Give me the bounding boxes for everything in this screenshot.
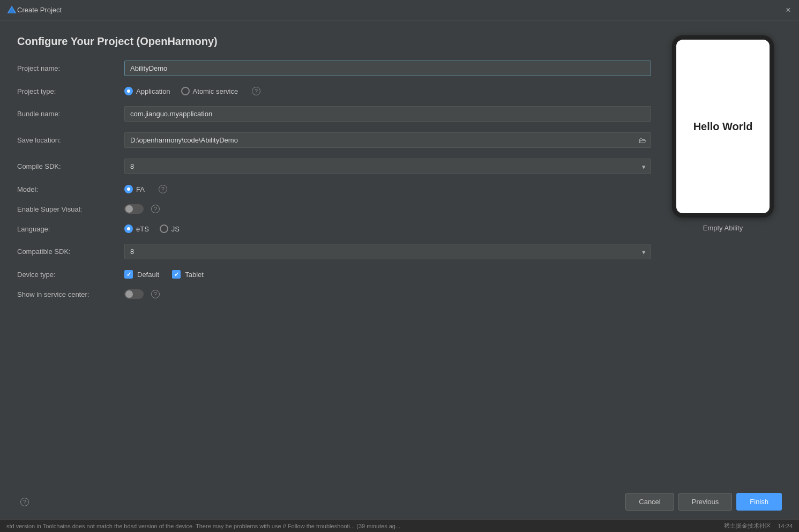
save-location-input-wrapper: 🗁 <box>124 132 651 148</box>
enable-super-visual-control: ? <box>124 204 651 214</box>
hello-world-text: Hello World <box>693 121 753 133</box>
compile-sdk-label: Compile SDK: <box>17 162 124 170</box>
previous-button[interactable]: Previous <box>678 493 733 511</box>
compatible-sdk-control: 8 <box>124 244 651 259</box>
compile-sdk-control: 8 <box>124 159 651 174</box>
finish-button[interactable]: Finish <box>736 493 782 511</box>
close-icon[interactable]: × <box>784 6 793 14</box>
compatible-sdk-select-wrapper: 8 <box>124 244 651 259</box>
compatible-sdk-label: Compatible SDK: <box>17 248 124 256</box>
show-service-center-control: ? <box>124 289 651 299</box>
compatible-sdk-row: Compatible SDK: 8 <box>17 244 651 259</box>
save-location-row: Save location: 🗁 <box>17 132 651 148</box>
title-bar: Create Project × <box>0 0 799 20</box>
show-service-center-toggle[interactable] <box>124 289 144 299</box>
checkbox-default-label: Default <box>137 271 159 279</box>
bottom-right: Cancel Previous Finish <box>625 493 782 511</box>
radio-application-circle <box>124 87 133 95</box>
radio-ets-circle <box>124 224 133 233</box>
project-name-label: Project name: <box>17 64 124 72</box>
toggle-knob <box>125 205 133 213</box>
project-type-help-icon[interactable]: ? <box>252 87 260 95</box>
show-service-center-row: Show in service center: ? <box>17 289 651 299</box>
bundle-name-control <box>124 106 651 122</box>
bottom-help-icon[interactable]: ? <box>20 498 29 506</box>
radio-js-circle <box>160 224 168 233</box>
radio-js-label: JS <box>171 225 180 233</box>
form-section: Configure Your Project (OpenHarmony) Pro… <box>17 35 651 484</box>
radio-atomic-service-circle <box>181 87 190 95</box>
radio-ets[interactable]: eTS <box>124 224 149 233</box>
radio-fa[interactable]: FA <box>124 185 145 193</box>
language-group: eTS JS <box>124 224 651 233</box>
radio-atomic-service[interactable]: Atomic service <box>181 87 238 95</box>
status-text: std version in Toolchains does not match… <box>6 523 718 529</box>
radio-atomic-service-label: Atomic service <box>193 87 238 95</box>
radio-js[interactable]: JS <box>160 224 180 233</box>
status-time: 14:24 <box>778 523 793 529</box>
status-bar: std version in Toolchains does not match… <box>0 519 799 532</box>
model-row: Model: FA ? <box>17 185 651 193</box>
radio-application[interactable]: Application <box>124 87 170 95</box>
project-type-row: Project type: Application Atomic service… <box>17 87 651 95</box>
compatible-sdk-select[interactable]: 8 <box>124 244 651 259</box>
save-location-label: Save location: <box>17 136 124 144</box>
radio-fa-label: FA <box>136 185 145 193</box>
device-type-label: Device type: <box>17 271 124 279</box>
checkbox-default[interactable]: Default <box>124 270 159 279</box>
preview-section: Hello World Empty Ability <box>664 35 782 484</box>
status-community: 稀土掘金技术社区 <box>724 522 771 530</box>
cancel-button[interactable]: Cancel <box>625 493 674 511</box>
bottom-bar: ? Cancel Previous Finish <box>0 484 799 519</box>
save-location-control: 🗁 <box>124 132 651 148</box>
language-label: Language: <box>17 225 124 233</box>
enable-super-visual-row: Enable Super Visual: ? <box>17 204 651 214</box>
toggle-knob-2 <box>125 290 133 298</box>
enable-super-visual-toggle[interactable] <box>124 204 144 214</box>
bundle-name-input[interactable] <box>124 106 651 122</box>
project-type-label: Project type: <box>17 87 124 95</box>
super-visual-help-icon[interactable]: ? <box>151 205 160 213</box>
radio-ets-label: eTS <box>136 225 149 233</box>
phone-mockup: Hello World <box>672 35 774 218</box>
model-help-icon[interactable]: ? <box>159 185 167 193</box>
save-location-input[interactable] <box>125 133 634 147</box>
bundle-name-label: Bundle name: <box>17 110 124 118</box>
folder-icon[interactable]: 🗁 <box>634 136 651 145</box>
bundle-name-row: Bundle name: <box>17 106 651 122</box>
device-type-group: Default Tablet <box>124 270 651 279</box>
app-logo-icon <box>6 5 17 16</box>
model-group: FA ? <box>124 185 651 193</box>
project-name-input[interactable] <box>124 61 651 76</box>
project-type-group: Application Atomic service ? <box>124 87 651 95</box>
checkbox-default-box <box>124 270 133 279</box>
dialog-heading: Configure Your Project (OpenHarmony) <box>17 35 651 48</box>
dialog-title: Create Project <box>17 6 784 14</box>
project-name-row: Project name: <box>17 61 651 76</box>
radio-application-label: Application <box>136 87 170 95</box>
dialog-overlay: Create Project × Configure Your Project … <box>0 0 799 532</box>
project-name-control <box>124 61 651 76</box>
preview-label: Empty Ability <box>703 224 743 232</box>
enable-super-visual-label: Enable Super Visual: <box>17 205 124 213</box>
show-service-center-label: Show in service center: <box>17 290 124 298</box>
compile-sdk-select-wrapper: 8 <box>124 159 651 174</box>
device-type-row: Device type: Default Tablet <box>17 270 651 279</box>
service-center-help-icon[interactable]: ? <box>151 290 160 298</box>
radio-fa-circle <box>124 185 133 193</box>
compile-sdk-select[interactable]: 8 <box>124 159 651 174</box>
compile-sdk-row: Compile SDK: 8 <box>17 159 651 174</box>
checkbox-tablet-box <box>172 270 181 279</box>
bottom-left: ? <box>17 498 29 506</box>
model-label: Model: <box>17 185 124 193</box>
dialog-content: Configure Your Project (OpenHarmony) Pro… <box>0 20 799 484</box>
language-row: Language: eTS JS <box>17 224 651 233</box>
checkbox-tablet[interactable]: Tablet <box>172 270 204 279</box>
checkbox-tablet-label: Tablet <box>185 271 204 279</box>
